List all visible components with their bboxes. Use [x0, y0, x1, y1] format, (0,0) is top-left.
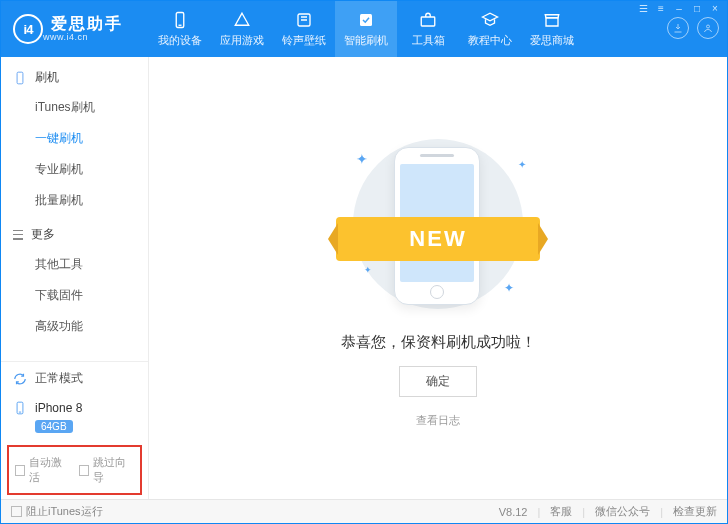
nav-ringtones[interactable]: 铃声壁纸 — [273, 1, 335, 57]
wechat-link[interactable]: 微信公众号 — [595, 504, 650, 519]
version-label: V8.12 — [499, 506, 528, 518]
sync-icon — [13, 372, 27, 386]
account-button[interactable] — [697, 17, 719, 39]
nav-store[interactable]: 爱思商城 — [521, 1, 583, 57]
sidebar-group-flash[interactable]: 刷机 — [1, 63, 148, 92]
ok-button[interactable]: 确定 — [399, 366, 477, 397]
sparkle-icon: ✦ — [518, 159, 526, 170]
winctl-sync-icon[interactable]: ☰ — [637, 3, 649, 14]
flash-icon — [357, 11, 375, 29]
phone-icon — [13, 401, 27, 415]
header-right — [667, 17, 719, 39]
brand-url: www.i4.cn — [43, 32, 123, 42]
tutorial-icon — [481, 11, 499, 29]
sidebar: 刷机 iTunes刷机 一键刷机 专业刷机 批量刷机 更多 其他工具 下载固件 … — [1, 57, 149, 499]
nav-my-device[interactable]: 我的设备 — [149, 1, 211, 57]
brand-logo[interactable]: i4 爱思助手 www.i4.cn — [1, 14, 149, 44]
device-icon — [171, 11, 189, 29]
svg-point-5 — [707, 25, 710, 28]
apps-icon — [233, 11, 251, 29]
sparkle-icon: ✦ — [504, 281, 514, 295]
svg-rect-3 — [360, 14, 372, 26]
brand-name: 爱思助手 — [51, 16, 123, 32]
options-row: 自动激活 跳过向导 — [7, 445, 142, 495]
device-indicator[interactable]: iPhone 8 — [1, 395, 148, 419]
download-button[interactable] — [667, 17, 689, 39]
sidebar-group-more[interactable]: 更多 — [1, 220, 148, 249]
logo-icon: i4 — [13, 14, 43, 44]
success-message: 恭喜您，保资料刷机成功啦！ — [341, 333, 536, 352]
top-nav: 我的设备 应用游戏 铃声壁纸 智能刷机 工具箱 教程中心 — [149, 1, 583, 57]
sidebar-item-batch-flash[interactable]: 批量刷机 — [1, 185, 148, 216]
app-header: ☰ ≡ – □ × i4 爱思助手 www.i4.cn 我的设备 应用游戏 — [1, 1, 727, 57]
winctl-close-icon[interactable]: × — [709, 3, 721, 14]
check-update-link[interactable]: 检查更新 — [673, 504, 717, 519]
mode-indicator[interactable]: 正常模式 — [1, 362, 148, 395]
svg-rect-6 — [17, 72, 23, 84]
store-icon — [543, 11, 561, 29]
sidebar-item-download-fw[interactable]: 下载固件 — [1, 280, 148, 311]
menu-icon — [13, 230, 23, 240]
support-link[interactable]: 客服 — [550, 504, 572, 519]
winctl-menu-icon[interactable]: ≡ — [655, 3, 667, 14]
sidebar-item-pro-flash[interactable]: 专业刷机 — [1, 154, 148, 185]
main-content: NEW ✦ ✦ ✦ ✦ 恭喜您，保资料刷机成功啦！ 确定 查看日志 — [149, 57, 727, 499]
success-illustration: NEW ✦ ✦ ✦ ✦ — [328, 129, 548, 319]
checkbox-block-itunes[interactable]: 阻止iTunes运行 — [11, 504, 103, 519]
ringtone-icon — [295, 11, 313, 29]
status-bar: 阻止iTunes运行 V8.12 | 客服 | 微信公众号 | 检查更新 — [1, 499, 727, 523]
nav-tutorials[interactable]: 教程中心 — [459, 1, 521, 57]
phone-flash-icon — [13, 71, 27, 85]
toolbox-icon — [419, 11, 437, 29]
svg-rect-4 — [421, 17, 435, 26]
sidebar-item-oneclick-flash[interactable]: 一键刷机 — [1, 123, 148, 154]
nav-toolbox[interactable]: 工具箱 — [397, 1, 459, 57]
winctl-min-icon[interactable]: – — [673, 3, 685, 14]
sidebar-item-itunes-flash[interactable]: iTunes刷机 — [1, 92, 148, 123]
nav-flash[interactable]: 智能刷机 — [335, 1, 397, 57]
sidebar-item-advanced[interactable]: 高级功能 — [1, 311, 148, 342]
new-ribbon: NEW — [336, 217, 540, 261]
window-controls: ☰ ≡ – □ × — [637, 3, 721, 14]
nav-apps[interactable]: 应用游戏 — [211, 1, 273, 57]
sparkle-icon: ✦ — [364, 265, 372, 275]
checkbox-auto-activate[interactable]: 自动激活 — [15, 455, 71, 485]
sidebar-item-other-tools[interactable]: 其他工具 — [1, 249, 148, 280]
view-log-link[interactable]: 查看日志 — [416, 413, 460, 428]
winctl-max-icon[interactable]: □ — [691, 3, 703, 14]
sparkle-icon: ✦ — [356, 151, 368, 167]
storage-badge: 64GB — [35, 420, 73, 433]
checkbox-skip-guide[interactable]: 跳过向导 — [79, 455, 135, 485]
